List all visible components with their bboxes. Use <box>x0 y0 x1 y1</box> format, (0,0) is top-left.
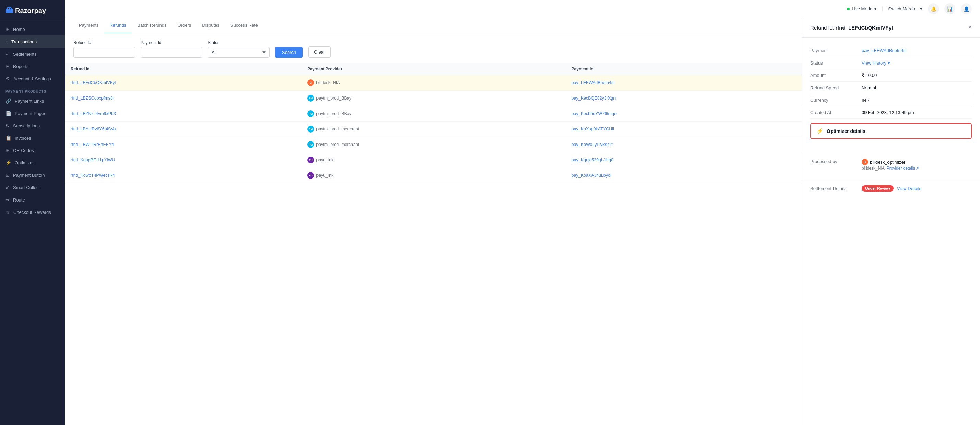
chevron-down-icon: ▾ <box>874 6 877 11</box>
tab-disputes[interactable]: Disputes <box>196 18 225 33</box>
refund-id-link[interactable]: rfnd_LBWTlRrEnEEYfI <box>71 142 114 147</box>
live-mode-selector[interactable]: Live Mode ▾ <box>847 6 877 11</box>
table-row[interactable]: rfnd_KowbT4PWecsRrl PU payu_ink pay_KoaX… <box>65 168 802 183</box>
search-button[interactable]: Search <box>275 47 303 58</box>
table-row[interactable]: rfnd_LEFdCbQKmfVFyl B billdesk_NIA pay_L… <box>65 75 802 91</box>
view-details-link[interactable]: View Details <box>897 186 921 191</box>
notifications-button[interactable]: 🔔 <box>928 3 939 14</box>
close-panel-button[interactable]: × <box>968 24 972 31</box>
transactions-icon: ↕ <box>5 39 8 44</box>
payment-id-link[interactable]: pay_KoWoLyITykKrTt <box>572 142 613 147</box>
provider-cell: PM paytm_prod_merchant <box>302 137 566 152</box>
sidebar-item-optimizer[interactable]: ⚡ Optimizer <box>0 157 65 169</box>
provider-cell: PU payu_ink <box>302 168 566 183</box>
smart-collect-icon: ↙ <box>5 185 10 190</box>
user-menu-button[interactable]: 👤 <box>961 3 972 14</box>
sidebar-item-route[interactable]: ⇒ Route <box>0 193 65 206</box>
tab-refunds[interactable]: Refunds <box>104 18 132 33</box>
provider-details-link[interactable]: Provider details ↗ <box>887 166 919 171</box>
tab-batch-refunds[interactable]: Batch Refunds <box>132 18 172 33</box>
provider-container: PU payu_ink <box>307 172 560 179</box>
optimizer-icon: ⚡ <box>816 128 823 134</box>
provider-name: paytm_prod_merchant <box>316 127 359 131</box>
panel-title: Refund Id: rfnd_LEFdCbQKmfVFyl <box>810 25 893 30</box>
provider-name: paytm_prod_merchant <box>316 142 359 147</box>
table-row[interactable]: rfnd_KqupBF1I1pYiWU PU payu_ink pay_Kquj… <box>65 152 802 168</box>
refund-id-cell: rfnd_LEFdCbQKmfVFyl <box>65 75 302 91</box>
view-history-button[interactable]: View History ▾ <box>862 61 890 66</box>
provider-container: PM paytm_prod_BBay <box>307 110 560 117</box>
detail-refund-speed: Refund Speed Normal <box>810 82 972 94</box>
provider-name: paytm_prod_BBay <box>316 111 352 116</box>
payment-id-link[interactable]: pay_KoaXAJrluLbyol <box>572 173 611 178</box>
settlement-details-row: Settlement Details Under Review View Det… <box>802 179 980 197</box>
col-payment-id: Payment Id <box>566 63 802 75</box>
payment-id-input[interactable] <box>141 47 202 58</box>
qr-codes-icon: ⊞ <box>5 148 10 153</box>
payment-links-icon: 🔗 <box>5 98 11 104</box>
optimizer-details-box[interactable]: ⚡ Optimizer details <box>810 123 972 139</box>
sidebar-item-payment-button[interactable]: ⊡ Payment Button <box>0 169 65 181</box>
refund-id-link[interactable]: rfnd_LBZSCooxpfms8i <box>71 96 114 101</box>
table-row[interactable]: rfnd_LBZNzJ4vm9xPb3 PM paytm_prod_BBay p… <box>65 106 802 121</box>
provider-logo-icon: PU <box>307 172 314 179</box>
payment-id-filter: Payment Id <box>141 40 202 58</box>
top-header: Live Mode ▾ Switch Merch... ▾ 🔔 📊 👤 <box>65 0 980 18</box>
payment-id-cell: pay_Kqujc539qLJHg0 <box>566 152 802 168</box>
sidebar-item-home[interactable]: ⊞ Home <box>0 23 65 35</box>
detail-currency: Currency INR <box>810 94 972 106</box>
payment-id-link[interactable]: pay_KoXsp9kATYCUii <box>572 127 614 131</box>
merchant-switch[interactable]: Switch Merch... ▾ <box>882 6 923 11</box>
sidebar-item-payment-links[interactable]: 🔗 Payment Links <box>0 95 65 107</box>
payment-id-cell: pay_KoaXAJrluLbyol <box>566 168 802 183</box>
sidebar-item-smart-collect[interactable]: ↙ Smart Collect <box>0 181 65 193</box>
panel-body: Payment pay_LEFWAdBnetn4sl Status View H… <box>802 38 980 150</box>
refund-id-link[interactable]: rfnd_KowbT4PWecsRrl <box>71 173 115 178</box>
refund-id-link[interactable]: rfnd_LBYURv6Y6I4SVa <box>71 127 116 131</box>
payment-id-link[interactable]: pay_LEFWAdBnetn4sl <box>572 80 614 85</box>
status-select[interactable]: All Processed Pending Failed <box>208 47 269 58</box>
provider-logo-icon: B <box>307 79 314 86</box>
tab-payments[interactable]: Payments <box>73 18 104 33</box>
sidebar-item-checkout-rewards[interactable]: ☆ Checkout Rewards <box>0 206 65 218</box>
logo-icon: 🏔 <box>5 6 13 15</box>
sidebar-item-transactions[interactable]: ↕ Transactions <box>0 35 65 48</box>
sidebar-item-invoices[interactable]: 📋 Invoices <box>0 132 65 144</box>
chevron-down-icon: ▾ <box>888 61 890 66</box>
provider-logo-icon: PM <box>307 95 314 102</box>
tabs-bar: Payments Refunds Batch Refunds Orders Di… <box>65 18 802 33</box>
sidebar-nav: ⊞ Home ↕ Transactions ✓ Settlements ⊟ Re… <box>0 20 65 425</box>
sidebar-item-reports[interactable]: ⊟ Reports <box>0 60 65 72</box>
provider-container: PU payu_ink <box>307 157 560 163</box>
payment-id-link[interactable]: pay_KecBQE82y3rXgn <box>572 96 616 101</box>
sidebar-item-qr-codes[interactable]: ⊞ QR Codes <box>0 144 65 157</box>
chevron-down-icon: ▾ <box>920 6 923 11</box>
clear-button[interactable]: Clear <box>308 46 331 58</box>
sidebar-item-subscriptions[interactable]: ↻ Subscriptions <box>0 120 65 132</box>
status-filter: Status All Processed Pending Failed <box>208 40 269 58</box>
route-icon: ⇒ <box>5 197 10 203</box>
refund-id-filter: Refund Id <box>73 40 135 58</box>
refund-id-link[interactable]: rfnd_LBZNzJ4vm9xPb3 <box>71 111 116 116</box>
sidebar-item-account-settings[interactable]: ⚙ Account & Settings <box>0 72 65 85</box>
sidebar-logo: 🏔 Razorpay <box>0 0 65 20</box>
table-row[interactable]: rfnd_LBWTlRrEnEEYfI PM paytm_prod_mercha… <box>65 137 802 152</box>
sidebar-item-settlements[interactable]: ✓ Settlements <box>0 48 65 60</box>
sidebar-item-payment-pages[interactable]: 📄 Payment Pages <box>0 107 65 120</box>
tab-orders[interactable]: Orders <box>172 18 197 33</box>
refund-id-link[interactable]: rfnd_KqupBF1I1pYiWU <box>71 158 115 162</box>
tab-success-rate[interactable]: Success Rate <box>225 18 263 33</box>
activity-button[interactable]: 📊 <box>944 3 955 14</box>
refund-id-input[interactable] <box>73 47 135 58</box>
payment-id-cell: pay_Kecb5qYW76tmqo <box>566 106 802 121</box>
logo: 🏔 Razorpay <box>5 6 60 15</box>
provider-name: payu_ink <box>316 158 333 162</box>
sidebar: 🏔 Razorpay ⊞ Home ↕ Transactions ✓ Settl… <box>0 0 65 425</box>
payment-button-icon: ⊡ <box>5 173 10 178</box>
payment-id-link[interactable]: pay_Kqujc539qLJHg0 <box>572 158 613 162</box>
table-row[interactable]: rfnd_LBZSCooxpfms8i PM paytm_prod_BBay p… <box>65 91 802 106</box>
table-row[interactable]: rfnd_LBYURv6Y6I4SVa PM paytm_prod_mercha… <box>65 121 802 137</box>
invoices-icon: 📋 <box>5 135 11 141</box>
refund-id-link[interactable]: rfnd_LEFdCbQKmfVFyl <box>71 80 116 85</box>
payment-id-link[interactable]: pay_Kecb5qYW76tmqo <box>572 111 617 116</box>
